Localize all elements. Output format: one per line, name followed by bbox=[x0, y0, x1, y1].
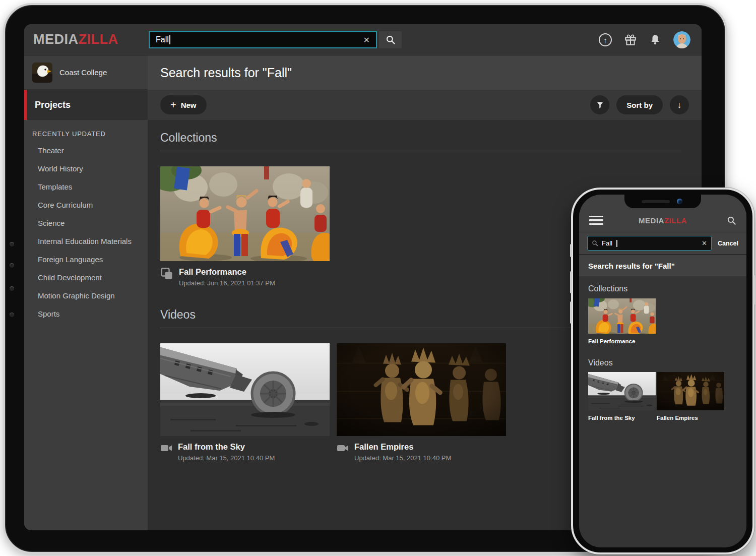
sort-by-label: Sort by bbox=[626, 101, 653, 109]
sidebar: Coast College Projects RECENTLY UPDATED … bbox=[24, 55, 148, 530]
download-button[interactable]: ↓ bbox=[670, 95, 689, 114]
sidebar-item-motion-graphic-design[interactable]: Motion Graphic Design bbox=[24, 287, 148, 305]
projects-label: Projects bbox=[35, 100, 71, 110]
text-caret bbox=[169, 35, 170, 44]
fallen-empires-thumbnail[interactable] bbox=[657, 372, 724, 410]
search-input[interactable]: Fall ✕ bbox=[149, 31, 377, 48]
phone-side-button bbox=[570, 244, 572, 257]
page: MEDIAZILLA Fall ✕ ↑ bbox=[0, 0, 756, 556]
bell-icon[interactable] bbox=[649, 34, 661, 46]
fall-from-the-sky-thumbnail[interactable] bbox=[588, 372, 656, 410]
sidebar-item-foreign-languages[interactable]: Foreign Languages bbox=[24, 251, 148, 269]
collections-heading: Collections bbox=[588, 284, 737, 293]
tablet-side-button bbox=[10, 242, 14, 246]
search-input[interactable]: Fall ✕ bbox=[587, 236, 712, 251]
video-title[interactable]: Fallen Empires bbox=[354, 442, 451, 452]
sidebar-item-core-curriculum[interactable]: Core Curriculum bbox=[24, 196, 148, 214]
tablet-top-bar: MEDIAZILLA Fall ✕ ↑ bbox=[24, 24, 702, 55]
tablet-side-button bbox=[10, 313, 14, 317]
collection-title[interactable]: Fall Performance bbox=[179, 267, 275, 277]
mediazilla-logo[interactable]: MEDIAZILLA bbox=[639, 216, 687, 225]
sidebar-item-theater[interactable]: Theater bbox=[24, 142, 148, 160]
fall-from-the-sky-thumbnail[interactable] bbox=[160, 343, 330, 436]
cancel-button[interactable]: Cancel bbox=[718, 240, 738, 247]
search-input-value: Fall bbox=[602, 239, 612, 247]
search-icon bbox=[386, 35, 396, 45]
phone-screen: MEDIAZILLA Fall ✕ Cancel Search results … bbox=[579, 195, 746, 547]
sidebar-section-header: RECENTLY UPDATED bbox=[24, 120, 148, 142]
workspace-name: Coast College bbox=[59, 68, 107, 77]
sidebar-item-internal-education-materials[interactable]: Internal Education Materials bbox=[24, 232, 148, 251]
collection-updated-timestamp: Updated: Jun 16, 2021 01:37 PM bbox=[179, 279, 275, 287]
collection-title[interactable]: Fall Performance bbox=[588, 338, 737, 344]
fall-performance-thumbnail[interactable] bbox=[160, 166, 330, 261]
clear-search-icon[interactable]: ✕ bbox=[702, 239, 707, 247]
plus-icon: + bbox=[170, 99, 176, 111]
logo-zilla-text: ZILLA bbox=[79, 32, 118, 47]
video-title[interactable]: Fallen Empires bbox=[657, 415, 724, 421]
video-title[interactable]: Fall from the Sky bbox=[588, 415, 656, 421]
video-card-fallen-empires[interactable]: Fallen Empires Updated: Mar 15, 2021 10:… bbox=[337, 343, 506, 462]
workspace-avatar bbox=[32, 63, 52, 83]
phone-side-button bbox=[570, 271, 572, 293]
phone-results-header: Search results for "Fall" bbox=[579, 254, 746, 276]
sidebar-item-sports[interactable]: Sports bbox=[24, 305, 148, 323]
menu-button[interactable] bbox=[589, 216, 603, 225]
up-arrow-icon: ↑ bbox=[603, 36, 607, 44]
phone-results-content: Collections Fall Performance Videos Fall… bbox=[579, 276, 746, 547]
logo-zilla-text: ZILLA bbox=[664, 216, 687, 225]
collection-stack-icon bbox=[160, 267, 173, 280]
text-caret bbox=[616, 240, 617, 247]
video-title[interactable]: Fall from the Sky bbox=[178, 442, 275, 452]
workspace-switcher[interactable]: Coast College bbox=[24, 55, 148, 90]
top-bar-actions: ↑ bbox=[599, 24, 690, 55]
video-updated-timestamp: Updated: Mar 15, 2021 10:40 PM bbox=[354, 454, 451, 462]
collection-card-fall-performance[interactable]: Fall Performance Updated: Jun 16, 2021 0… bbox=[160, 166, 330, 287]
sidebar-item-child-development[interactable]: Child Development bbox=[24, 269, 148, 287]
search-icon bbox=[592, 240, 598, 246]
sort-by-button[interactable]: Sort by bbox=[616, 95, 663, 114]
upload-button[interactable]: ↑ bbox=[599, 33, 612, 46]
tablet-side-button bbox=[10, 263, 14, 268]
fallen-empires-thumbnail[interactable] bbox=[337, 343, 506, 436]
video-card-fall-from-the-sky[interactable]: Fall from the Sky Updated: Mar 15, 2021 … bbox=[160, 343, 330, 462]
video-camera-icon bbox=[337, 444, 349, 453]
collections-heading: Collections bbox=[160, 131, 681, 145]
gift-icon[interactable] bbox=[624, 33, 637, 46]
phone-device-frame: MEDIAZILLA Fall ✕ Cancel Search results … bbox=[571, 188, 754, 554]
fall-performance-thumbnail[interactable] bbox=[588, 298, 656, 334]
mediazilla-logo[interactable]: MEDIAZILLA bbox=[33, 32, 118, 47]
filter-button[interactable] bbox=[590, 95, 609, 114]
new-button[interactable]: +New bbox=[160, 95, 207, 114]
phone-side-button bbox=[570, 301, 572, 324]
phone-search-row: Fall ✕ Cancel bbox=[579, 232, 746, 254]
toolbar: +New Sort by ↓ bbox=[148, 90, 702, 120]
page-title: Search results for "Fall" bbox=[588, 262, 675, 270]
videos-heading: Videos bbox=[588, 358, 737, 367]
tablet-side-button bbox=[10, 286, 14, 291]
results-header: Search results for "Fall" bbox=[148, 55, 702, 90]
logo-media-text: MEDIA bbox=[33, 32, 79, 47]
section-divider bbox=[160, 151, 681, 151]
page-title: Search results for "Fall" bbox=[160, 66, 292, 80]
sidebar-item-templates[interactable]: Templates bbox=[24, 178, 148, 196]
phone-notch bbox=[624, 195, 701, 208]
clear-search-icon[interactable]: ✕ bbox=[363, 35, 370, 45]
down-arrow-icon: ↓ bbox=[677, 100, 682, 110]
phone-camera bbox=[677, 199, 682, 204]
phone-speaker bbox=[642, 200, 670, 203]
video-updated-timestamp: Updated: Mar 15, 2021 10:40 PM bbox=[178, 454, 275, 462]
sidebar-item-world-history[interactable]: World History bbox=[24, 160, 148, 178]
logo-media-text: MEDIA bbox=[639, 216, 664, 225]
user-avatar[interactable] bbox=[673, 31, 690, 48]
filter-icon bbox=[596, 101, 604, 109]
search-button[interactable] bbox=[379, 31, 402, 48]
search-icon[interactable] bbox=[727, 216, 736, 225]
search-input-value: Fall bbox=[156, 35, 169, 44]
video-camera-icon bbox=[160, 444, 172, 453]
sidebar-item-science[interactable]: Science bbox=[24, 214, 148, 232]
new-button-label: New bbox=[181, 101, 197, 109]
sidebar-item-projects[interactable]: Projects bbox=[24, 90, 148, 120]
phone-power-button bbox=[753, 275, 755, 304]
